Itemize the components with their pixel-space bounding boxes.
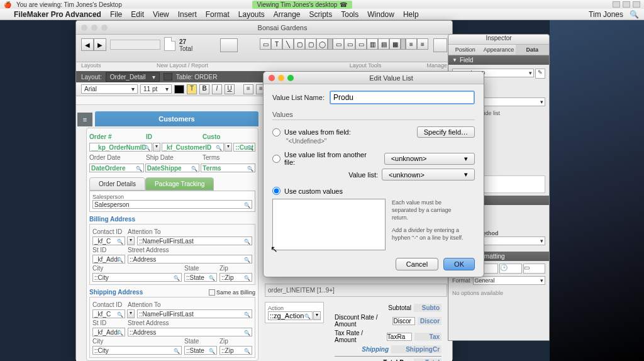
ok-button[interactable]: OK [443, 258, 475, 270]
maximize-icon[interactable] [623, 1, 630, 8]
menu-insert[interactable]: Insert [178, 10, 197, 19]
tab-package-tracking[interactable]: Package Tracking [145, 177, 214, 191]
value-list-name-input[interactable] [330, 91, 475, 104]
format-container-icon[interactable]: ▭ [523, 264, 546, 274]
minimize-icon[interactable] [613, 1, 620, 8]
tab-position[interactable]: Position [448, 45, 482, 55]
radio-values-from-field[interactable] [272, 128, 280, 136]
shipping-zip-field[interactable]: ::Zip [219, 346, 252, 355]
layout-icon[interactable] [164, 37, 175, 51]
file-selector[interactable]: <unknown>▾ [384, 153, 475, 165]
specify-field-button[interactable]: Specify field… [417, 126, 475, 138]
pointer-tool-icon[interactable]: ▭ [260, 38, 271, 50]
rounded-rect-tool-icon[interactable]: ▢ [305, 38, 316, 50]
menu-arrange[interactable]: Arrange [274, 10, 301, 19]
zoom-icon[interactable] [101, 25, 108, 31]
dropdown-icon[interactable]: ▾ [313, 311, 321, 320]
text-color-swatch[interactable] [174, 85, 184, 94]
shipping-state-field[interactable]: ::State [184, 346, 217, 355]
menu-file[interactable]: File [110, 10, 122, 19]
value-list-selector[interactable]: <unknown>▾ [382, 169, 475, 181]
next-record-button[interactable]: ▶ [94, 38, 106, 51]
line-tool-icon[interactable]: ╲ [282, 38, 294, 50]
close-icon[interactable] [633, 1, 640, 8]
manage-button[interactable] [433, 38, 447, 52]
rect-tool-icon[interactable]: ▢ [294, 38, 305, 50]
order-number-field[interactable]: __kp_OrderNumID [89, 143, 152, 152]
menu-view[interactable]: View [153, 10, 169, 19]
part-tool-icon[interactable]: ≡ [406, 38, 417, 50]
format-time-icon[interactable]: 🕒 [499, 264, 522, 274]
chart-tool-icon[interactable]: ▤ [378, 38, 389, 50]
viewing-pill[interactable]: Viewing Tim Jones's desktop ☎ [252, 1, 353, 9]
order-date-field[interactable]: DateOrdere [89, 164, 144, 172]
menu-window[interactable]: Window [367, 10, 394, 19]
billing-stid-field[interactable]: _kf_Addr [92, 255, 125, 264]
radio-from-another-file[interactable] [272, 155, 280, 163]
highlight-button[interactable]: T [187, 84, 197, 94]
font-selector[interactable]: Arial▾ [81, 84, 138, 94]
shipping-stid-field[interactable]: _kf_Addr [92, 328, 125, 336]
layout-menu-icon[interactable] [164, 73, 172, 81]
dropdown-icon[interactable]: ▾ [127, 309, 135, 318]
billing-state-field[interactable]: ::State [184, 273, 217, 282]
custom-values-textarea[interactable] [272, 199, 386, 250]
close-icon[interactable] [269, 75, 275, 81]
field-tool-icon[interactable]: ▭ [333, 38, 344, 50]
menu-help[interactable]: Help [403, 10, 419, 19]
billing-city-field[interactable]: ::City [92, 273, 182, 282]
cancel-button[interactable]: Cancel [396, 258, 438, 270]
webviewer-tool-icon[interactable]: ▦ [389, 38, 401, 50]
shipping-street-field[interactable]: ::Address [128, 328, 252, 336]
tax-rate-field[interactable]: TaxRa [387, 333, 413, 341]
action-field[interactable]: ::zg_Action [268, 311, 313, 320]
font-size-selector[interactable]: 11 pt▾ [140, 84, 172, 94]
menu-tools[interactable]: Tools [341, 10, 358, 19]
cust-field[interactable]: ::Cust [233, 143, 255, 152]
shipping-name-field[interactable]: ::NameFullFirstLast [137, 309, 252, 318]
align-left-button[interactable]: ≡ [243, 84, 253, 94]
customer-id-field[interactable]: _kf_CustomerID [162, 143, 225, 152]
bold-button[interactable]: B [199, 84, 209, 94]
tab-order-details[interactable]: Order Details [89, 177, 145, 191]
discount-rate-field[interactable]: Discor [392, 317, 415, 325]
menu-scripts[interactable]: Scripts [309, 10, 333, 19]
shipping-contact-id-field[interactable]: _kf_C [92, 309, 125, 318]
text-tool-icon[interactable]: T [271, 38, 282, 50]
zoom-icon[interactable] [287, 75, 294, 81]
tab-data[interactable]: Data [516, 45, 549, 55]
minimize-icon[interactable] [91, 25, 97, 31]
underline-button[interactable]: U [225, 84, 235, 94]
spotlight-icon[interactable]: 🔍 [630, 10, 639, 19]
portal-tool-icon[interactable]: ▥ [367, 38, 378, 50]
button-tool-icon[interactable]: ▭ [344, 38, 355, 50]
edit-field-icon[interactable]: ✎ [535, 69, 545, 79]
format-painter-icon[interactable]: ≡ [417, 38, 428, 50]
same-as-billing-checkbox[interactable]: Same as Billing [209, 289, 255, 296]
ship-date-field[interactable]: DateShippe [145, 164, 200, 172]
tab-tool-icon[interactable]: ▭ [355, 38, 367, 50]
billing-zip-field[interactable]: ::Zip [219, 273, 252, 282]
salesperson-field[interactable]: Salesperson [92, 200, 252, 209]
app-name[interactable]: FileMaker Pro Advanced [14, 10, 101, 19]
radio-custom-values[interactable] [272, 187, 280, 195]
billing-street-field[interactable]: ::Address [128, 255, 252, 264]
italic-button[interactable]: I [212, 84, 222, 94]
dropdown-icon[interactable]: ▾ [225, 143, 232, 152]
menu-layouts[interactable]: Layouts [238, 10, 265, 19]
close-icon[interactable] [81, 25, 87, 31]
billing-name-field[interactable]: ::NameFullFirstLast [137, 236, 252, 245]
oval-tool-icon[interactable]: ◯ [316, 38, 328, 50]
prev-record-button[interactable]: ◀ [81, 38, 94, 51]
layout-selector[interactable]: Order_Detail▾ [106, 72, 160, 82]
minimize-icon[interactable] [278, 75, 284, 81]
section-field[interactable]: ▼Field [448, 55, 549, 65]
billing-contact-id-field[interactable]: _kf_C [92, 236, 125, 245]
tab-appearance[interactable]: Appearance [482, 45, 515, 55]
new-layout-button[interactable] [220, 38, 238, 52]
format-selector[interactable]: General▾ [473, 276, 545, 285]
dropdown-icon[interactable]: ▾ [153, 143, 160, 152]
menu-format[interactable]: Format [206, 10, 230, 19]
menu-edit[interactable]: Edit [131, 10, 144, 19]
part-label-icon[interactable]: ≡ [77, 113, 92, 126]
